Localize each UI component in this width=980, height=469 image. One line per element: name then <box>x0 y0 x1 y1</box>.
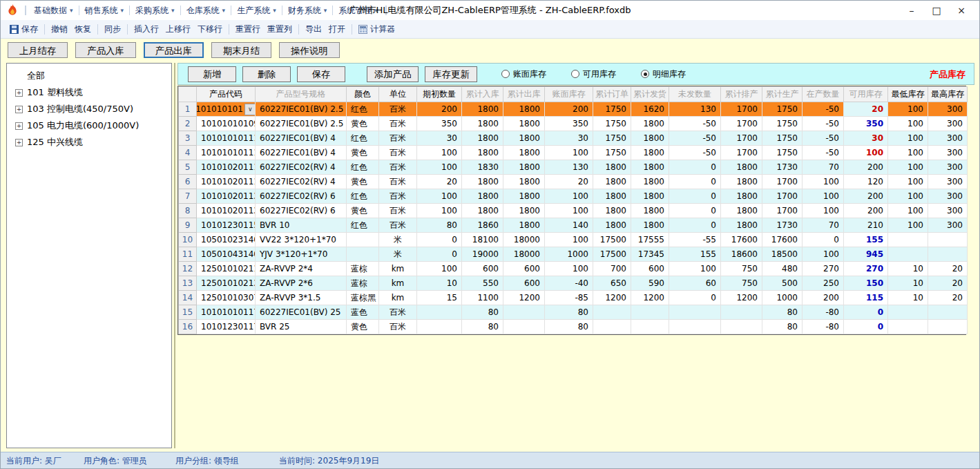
toolbar-insert-row-button[interactable]: 插入行 <box>131 22 162 37</box>
cell-unit[interactable]: 百米 <box>379 131 417 146</box>
cell-book-stock[interactable]: 30 <box>545 131 593 146</box>
cell-cum-scheduled[interactable]: 1800 <box>721 204 762 218</box>
column-header-available-stock[interactable]: 可用库存 <box>844 87 888 102</box>
column-header-cum-shipped[interactable]: 累计发货 <box>631 87 669 102</box>
cell-cum-shipped[interactable] <box>631 305 669 320</box>
column-header-cum-outbound[interactable]: 累计出库 <box>503 87 545 102</box>
cell-book-stock[interactable]: 130 <box>545 160 593 175</box>
menu-item-finance-system[interactable]: 财务系统▾ <box>284 3 332 18</box>
expand-plus-icon[interactable]: + <box>15 106 23 113</box>
cell-unshipped-qty[interactable]: -55 <box>669 233 721 247</box>
cell-cum-inbound[interactable]: 1800 <box>462 175 503 189</box>
add-product-button[interactable]: 添加产品 <box>367 66 419 82</box>
cell-available-stock[interactable]: 200 <box>844 189 888 204</box>
cell-unit[interactable]: 百米 <box>379 204 417 218</box>
cell-max-stock[interactable]: 300 <box>928 102 968 117</box>
cell-cum-scheduled[interactable]: 1800 <box>721 189 762 204</box>
tab-product-outbound[interactable]: 产品出库 <box>144 42 204 58</box>
cell-max-stock[interactable]: 300 <box>928 218 968 233</box>
cell-max-stock[interactable] <box>928 320 968 334</box>
cell-unit[interactable]: 百米 <box>379 102 417 117</box>
cell-unit[interactable]: km <box>379 262 417 276</box>
cell-color[interactable]: 红色 <box>347 160 379 175</box>
cell-unshipped-qty[interactable]: 0 <box>669 291 721 305</box>
cell-cum-scheduled[interactable]: 1800 <box>721 175 762 189</box>
cell-cum-outbound[interactable]: 1800 <box>503 102 545 117</box>
row-number[interactable]: 11 <box>179 247 197 262</box>
toolbar-reset-columns-button[interactable]: 重置列 <box>264 22 296 37</box>
cell-min-stock[interactable]: 10 <box>888 276 928 291</box>
cell-unit[interactable]: 百米 <box>379 218 417 233</box>
cell-cum-outbound[interactable]: 1800 <box>503 204 545 218</box>
cell-in-production[interactable]: 100 <box>803 247 844 262</box>
cell-product-spec[interactable]: 60227IEC01(BV) 25 <box>256 305 347 320</box>
cell-cum-orders[interactable]: 650 <box>593 276 631 291</box>
cell-cum-scheduled[interactable]: 1700 <box>721 102 762 117</box>
cell-unshipped-qty[interactable]: 0 <box>669 204 721 218</box>
cell-cum-orders[interactable]: 1750 <box>593 146 631 160</box>
cell-color[interactable]: 黄色 <box>347 146 379 160</box>
row-number[interactable]: 4 <box>179 146 197 160</box>
row-number[interactable]: 3 <box>179 131 197 146</box>
cell-product-spec[interactable]: YJV 3*120+1*70 <box>256 247 347 262</box>
cell-cum-inbound[interactable]: 1830 <box>462 160 503 175</box>
cell-cum-shipped[interactable]: 17345 <box>631 247 669 262</box>
cell-min-stock[interactable]: 100 <box>888 175 928 189</box>
cell-book-stock[interactable]: -85 <box>545 291 593 305</box>
cell-product-code[interactable]: 10101020111 <box>197 175 256 189</box>
cell-cum-inbound[interactable]: 80 <box>462 320 503 334</box>
cell-max-stock[interactable]: 20 <box>928 291 968 305</box>
cell-max-stock[interactable]: 300 <box>928 117 968 131</box>
cell-cum-outbound[interactable]: 1800 <box>503 146 545 160</box>
cell-min-stock[interactable] <box>888 247 928 262</box>
radio-available-stock[interactable]: 可用库存 <box>571 68 616 80</box>
cell-product-code[interactable]: 10101010111 <box>197 131 256 146</box>
cell-opening-qty[interactable]: 100 <box>417 146 462 160</box>
cell-cum-shipped[interactable]: 1620 <box>631 102 669 117</box>
cell-opening-qty[interactable]: 20 <box>417 175 462 189</box>
cell-cum-shipped[interactable]: 1800 <box>631 204 669 218</box>
cell-min-stock[interactable]: 100 <box>888 102 928 117</box>
cell-max-stock[interactable]: 300 <box>928 146 968 160</box>
cell-unit[interactable]: 米 <box>379 247 417 262</box>
close-button[interactable]: × <box>949 3 974 17</box>
cell-in-production[interactable]: 0 <box>803 233 844 247</box>
cell-in-production[interactable]: 70 <box>803 218 844 233</box>
cell-available-stock[interactable]: 120 <box>844 175 888 189</box>
cell-cum-scheduled[interactable]: 1800 <box>721 218 762 233</box>
cell-color[interactable]: 红色 <box>347 131 379 146</box>
cell-cum-shipped[interactable]: 17555 <box>631 233 669 247</box>
cell-available-stock[interactable]: 20 <box>844 102 888 117</box>
tree-item-all[interactable]: +全部 <box>10 68 169 84</box>
add-new-button[interactable]: 新增 <box>188 66 236 82</box>
tab-product-inbound[interactable]: 产品入库 <box>75 42 135 58</box>
cell-cum-scheduled[interactable]: 750 <box>721 262 762 276</box>
cell-unshipped-qty[interactable]: 60 <box>669 276 721 291</box>
row-number[interactable]: 9 <box>179 218 197 233</box>
row-number[interactable]: 13 <box>179 276 197 291</box>
cell-cum-shipped[interactable]: 1800 <box>631 160 669 175</box>
cell-unshipped-qty[interactable]: 155 <box>669 247 721 262</box>
cell-available-stock[interactable]: 200 <box>844 204 888 218</box>
cell-cum-shipped[interactable]: 1800 <box>631 131 669 146</box>
cell-cum-orders[interactable]: 1800 <box>593 218 631 233</box>
cell-opening-qty[interactable] <box>417 305 462 320</box>
row-number[interactable]: 7 <box>179 189 197 204</box>
cell-cum-inbound[interactable]: 1800 <box>462 131 503 146</box>
cell-available-stock[interactable]: 155 <box>844 233 888 247</box>
cell-unshipped-qty[interactable]: 130 <box>669 102 721 117</box>
cell-unshipped-qty[interactable]: 0 <box>669 160 721 175</box>
cell-cum-orders[interactable]: 1750 <box>593 131 631 146</box>
cell-available-stock[interactable]: 210 <box>844 218 888 233</box>
cell-max-stock[interactable] <box>928 233 968 247</box>
cell-unshipped-qty[interactable]: 0 <box>669 218 721 233</box>
cell-available-stock[interactable]: 200 <box>844 160 888 175</box>
tree-item-cat-103[interactable]: +103 控制电缆(450/750V) <box>10 101 169 117</box>
cell-cum-shipped[interactable]: 1800 <box>631 146 669 160</box>
cell-cum-outbound[interactable]: 18000 <box>503 247 545 262</box>
toolbar-calculator-button[interactable]: 计算器 <box>355 22 398 37</box>
cell-product-spec[interactable]: 60227IEC02(RV) 4 <box>256 160 347 175</box>
cell-cum-outbound[interactable]: 1800 <box>503 160 545 175</box>
cell-max-stock[interactable]: 300 <box>928 131 968 146</box>
cell-in-production[interactable]: -80 <box>803 305 844 320</box>
